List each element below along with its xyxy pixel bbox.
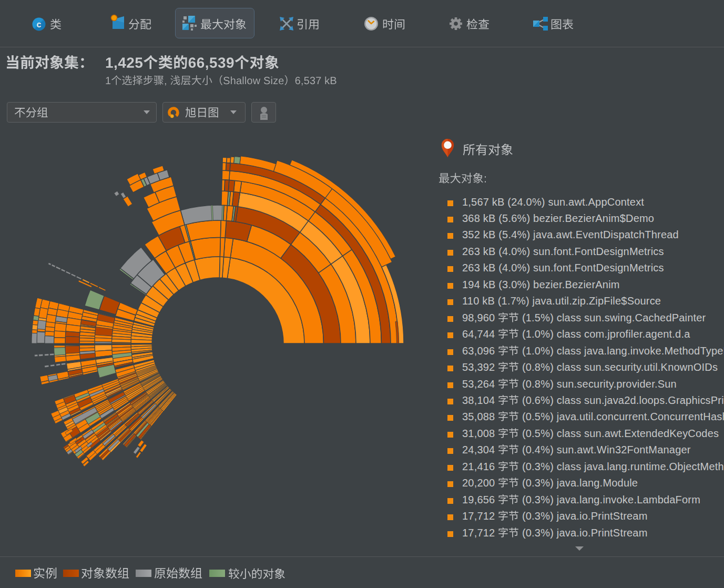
svg-text:c: c [37, 20, 42, 29]
